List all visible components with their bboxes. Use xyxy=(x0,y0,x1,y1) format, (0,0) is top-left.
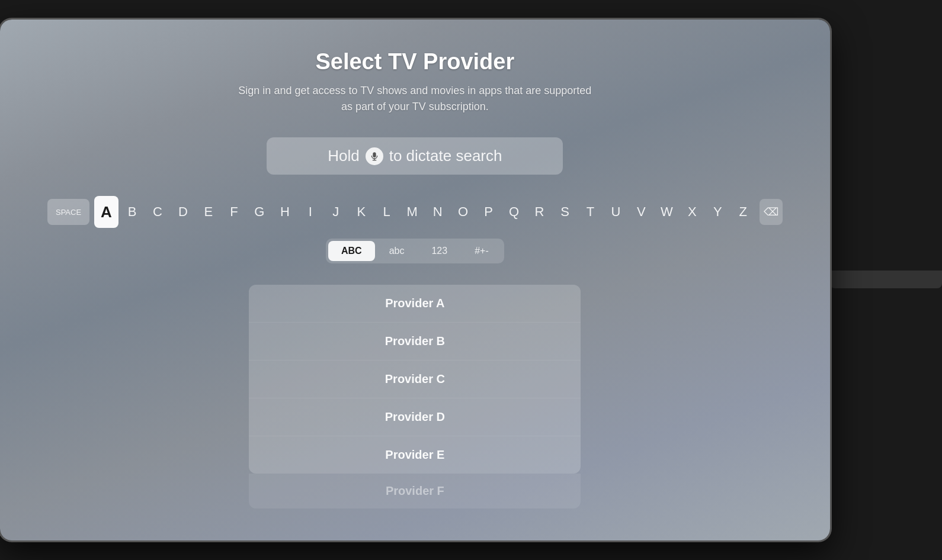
provider-item-f[interactable]: Provider F xyxy=(249,474,581,508)
provider-item-b[interactable]: Provider B xyxy=(249,323,581,361)
mode-symbols[interactable]: #+- xyxy=(462,241,502,261)
delete-key[interactable]: ⌫ xyxy=(760,199,783,225)
key-T[interactable]: T xyxy=(579,197,602,227)
keyboard-row: SPACE A B C D E F G H I J K L M N O P Q … xyxy=(47,196,783,228)
mode-row: ABC abc 123 #+- xyxy=(326,239,504,263)
provider-list: Provider A Provider B Provider C Provide… xyxy=(249,285,581,508)
key-S[interactable]: S xyxy=(553,197,576,227)
key-R[interactable]: R xyxy=(528,197,551,227)
search-post-text: to dictate search xyxy=(389,147,502,165)
microphone-icon xyxy=(366,147,383,165)
key-C[interactable]: C xyxy=(146,197,169,227)
key-A[interactable]: A xyxy=(94,196,118,228)
key-U[interactable]: U xyxy=(604,197,627,227)
provider-item-a[interactable]: Provider A xyxy=(249,285,581,323)
screen: Select TV Provider Sign in and get acces… xyxy=(0,20,830,540)
backspace-icon: ⌫ xyxy=(764,205,778,218)
mode-123[interactable]: 123 xyxy=(418,241,460,261)
tv-stand xyxy=(830,271,942,288)
key-M[interactable]: M xyxy=(400,197,424,227)
space-key[interactable]: SPACE xyxy=(47,199,89,225)
key-O[interactable]: O xyxy=(451,197,475,227)
key-I[interactable]: I xyxy=(299,197,322,227)
search-bar[interactable]: Hold to dictate search xyxy=(267,137,563,175)
key-P[interactable]: P xyxy=(477,197,500,227)
key-F[interactable]: F xyxy=(222,197,245,227)
key-X[interactable]: X xyxy=(681,197,704,227)
key-W[interactable]: W xyxy=(655,197,678,227)
provider-item-d[interactable]: Provider D xyxy=(249,398,581,436)
mode-abc[interactable]: abc xyxy=(376,241,418,261)
page-title: Select TV Provider xyxy=(315,49,514,75)
provider-item-c[interactable]: Provider C xyxy=(249,361,581,398)
key-K[interactable]: K xyxy=(350,197,373,227)
key-D[interactable]: D xyxy=(172,197,195,227)
key-B[interactable]: B xyxy=(121,197,144,227)
key-N[interactable]: N xyxy=(426,197,449,227)
key-V[interactable]: V xyxy=(630,197,653,227)
key-E[interactable]: E xyxy=(197,197,220,227)
key-G[interactable]: G xyxy=(248,197,271,227)
key-H[interactable]: H xyxy=(273,197,296,227)
tv-frame: Select TV Provider Sign in and get acces… xyxy=(0,20,830,540)
svg-rect-0 xyxy=(373,152,376,157)
key-Q[interactable]: Q xyxy=(502,197,526,227)
key-Z[interactable]: Z xyxy=(732,197,755,227)
provider-item-e[interactable]: Provider E xyxy=(249,436,581,474)
key-Y[interactable]: Y xyxy=(706,197,729,227)
page-subtitle: Sign in and get access to TV shows and m… xyxy=(231,83,598,115)
search-pre-text: Hold xyxy=(328,147,359,165)
key-L[interactable]: L xyxy=(375,197,398,227)
mode-ABC[interactable]: ABC xyxy=(328,241,375,261)
key-J[interactable]: J xyxy=(324,197,347,227)
